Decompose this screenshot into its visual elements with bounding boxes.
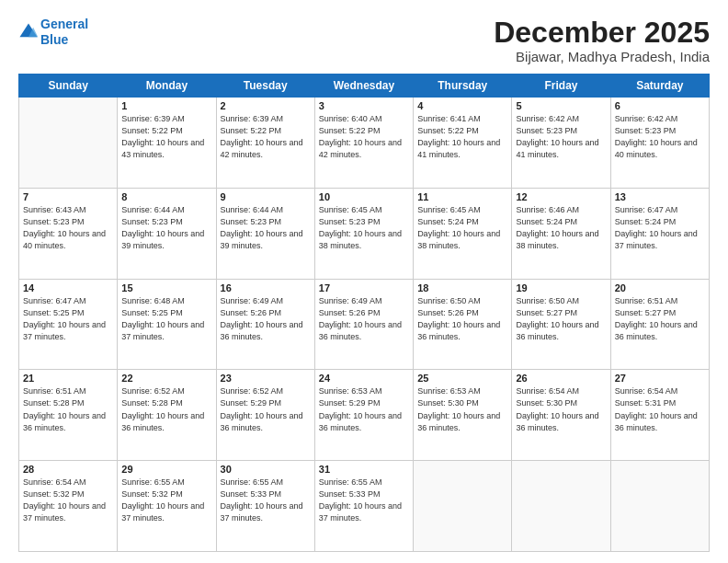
day-num-w1-d1: 8 bbox=[121, 191, 211, 202]
day-num-w2-d3: 17 bbox=[319, 282, 409, 293]
day-num-w4-d2: 30 bbox=[221, 464, 311, 475]
weekday-header-row: Sunday Monday Tuesday Wednesday Thursday… bbox=[19, 75, 710, 98]
logo-line2: Blue bbox=[40, 32, 68, 47]
day-info-w2-d4: Sunrise: 6:50 AM Sunset: 5:26 PM Dayligh… bbox=[417, 295, 507, 343]
day-info-w4-d2: Sunrise: 6:55 AM Sunset: 5:33 PM Dayligh… bbox=[221, 477, 311, 524]
page: General Blue December 2025 Bijawar, Madh… bbox=[0, 0, 728, 563]
cell-w2-d2: 16Sunrise: 6:49 AM Sunset: 5:26 PM Dayli… bbox=[216, 279, 314, 370]
day-info-w0-d6: Sunrise: 6:42 AM Sunset: 5:23 PM Dayligh… bbox=[615, 113, 705, 161]
day-num-w4-d3: 31 bbox=[319, 464, 409, 475]
week-row-3: 21Sunrise: 6:51 AM Sunset: 5:28 PM Dayli… bbox=[19, 370, 710, 461]
cell-w0-d2: 2Sunrise: 6:39 AM Sunset: 5:22 PM Daylig… bbox=[216, 98, 314, 189]
header: General Blue December 2025 Bijawar, Madh… bbox=[18, 17, 710, 64]
day-num-w2-d4: 18 bbox=[417, 282, 507, 293]
cell-w1-d3: 10Sunrise: 6:45 AM Sunset: 5:23 PM Dayli… bbox=[314, 188, 413, 279]
cell-w4-d5 bbox=[512, 461, 610, 552]
header-friday: Friday bbox=[512, 75, 610, 98]
cell-w2-d0: 14Sunrise: 6:47 AM Sunset: 5:25 PM Dayli… bbox=[19, 279, 118, 370]
day-info-w1-d1: Sunrise: 6:44 AM Sunset: 5:23 PM Dayligh… bbox=[121, 204, 211, 252]
cell-w2-d4: 18Sunrise: 6:50 AM Sunset: 5:26 PM Dayli… bbox=[414, 279, 512, 370]
logo: General Blue bbox=[18, 17, 88, 48]
day-info-w1-d0: Sunrise: 6:43 AM Sunset: 5:23 PM Dayligh… bbox=[23, 204, 113, 252]
cell-w1-d5: 12Sunrise: 6:46 AM Sunset: 5:24 PM Dayli… bbox=[512, 188, 610, 279]
day-num-w1-d0: 7 bbox=[23, 191, 113, 202]
day-info-w2-d0: Sunrise: 6:47 AM Sunset: 5:25 PM Dayligh… bbox=[23, 295, 113, 343]
day-num-w1-d3: 10 bbox=[319, 191, 409, 202]
day-num-w2-d2: 16 bbox=[221, 282, 311, 293]
day-info-w2-d2: Sunrise: 6:49 AM Sunset: 5:26 PM Dayligh… bbox=[221, 295, 311, 343]
cell-w2-d6: 20Sunrise: 6:51 AM Sunset: 5:27 PM Dayli… bbox=[610, 279, 709, 370]
day-info-w2-d1: Sunrise: 6:48 AM Sunset: 5:25 PM Dayligh… bbox=[121, 295, 211, 343]
day-num-w3-d0: 21 bbox=[23, 373, 113, 384]
day-info-w3-d5: Sunrise: 6:54 AM Sunset: 5:30 PM Dayligh… bbox=[516, 385, 606, 433]
title-block: December 2025 Bijawar, Madhya Pradesh, I… bbox=[494, 17, 710, 64]
day-num-w2-d1: 15 bbox=[121, 282, 211, 293]
logo-icon bbox=[18, 22, 39, 42]
day-info-w0-d4: Sunrise: 6:41 AM Sunset: 5:22 PM Dayligh… bbox=[417, 113, 507, 161]
day-info-w4-d1: Sunrise: 6:55 AM Sunset: 5:32 PM Dayligh… bbox=[121, 477, 211, 524]
day-num-w1-d2: 9 bbox=[221, 191, 311, 202]
day-num-w0-d1: 1 bbox=[121, 100, 211, 111]
cell-w4-d3: 31Sunrise: 6:55 AM Sunset: 5:33 PM Dayli… bbox=[314, 461, 413, 552]
day-info-w1-d3: Sunrise: 6:45 AM Sunset: 5:23 PM Dayligh… bbox=[319, 204, 409, 252]
day-info-w0-d2: Sunrise: 6:39 AM Sunset: 5:22 PM Dayligh… bbox=[221, 113, 311, 161]
day-num-w2-d6: 20 bbox=[615, 282, 705, 293]
calendar-table: Sunday Monday Tuesday Wednesday Thursday… bbox=[18, 74, 710, 552]
subtitle: Bijawar, Madhya Pradesh, India bbox=[494, 49, 710, 64]
cell-w1-d2: 9Sunrise: 6:44 AM Sunset: 5:23 PM Daylig… bbox=[216, 188, 314, 279]
day-info-w2-d5: Sunrise: 6:50 AM Sunset: 5:27 PM Dayligh… bbox=[516, 295, 606, 343]
cell-w4-d4 bbox=[414, 461, 512, 552]
day-num-w0-d3: 3 bbox=[319, 100, 409, 111]
day-num-w0-d2: 2 bbox=[221, 100, 311, 111]
cell-w4-d0: 28Sunrise: 6:54 AM Sunset: 5:32 PM Dayli… bbox=[19, 461, 118, 552]
day-num-w3-d4: 25 bbox=[417, 373, 507, 384]
calendar-header: Sunday Monday Tuesday Wednesday Thursday… bbox=[19, 75, 710, 98]
day-info-w2-d3: Sunrise: 6:49 AM Sunset: 5:26 PM Dayligh… bbox=[319, 295, 409, 343]
day-info-w0-d5: Sunrise: 6:42 AM Sunset: 5:23 PM Dayligh… bbox=[516, 113, 606, 161]
cell-w0-d6: 6Sunrise: 6:42 AM Sunset: 5:23 PM Daylig… bbox=[610, 98, 709, 189]
cell-w4-d6 bbox=[610, 461, 709, 552]
cell-w2-d3: 17Sunrise: 6:49 AM Sunset: 5:26 PM Dayli… bbox=[314, 279, 413, 370]
day-info-w1-d2: Sunrise: 6:44 AM Sunset: 5:23 PM Dayligh… bbox=[221, 204, 311, 252]
day-info-w0-d1: Sunrise: 6:39 AM Sunset: 5:22 PM Dayligh… bbox=[121, 113, 211, 161]
day-info-w4-d0: Sunrise: 6:54 AM Sunset: 5:32 PM Dayligh… bbox=[23, 477, 113, 524]
day-info-w1-d5: Sunrise: 6:46 AM Sunset: 5:24 PM Dayligh… bbox=[516, 204, 606, 252]
cell-w0-d3: 3Sunrise: 6:40 AM Sunset: 5:22 PM Daylig… bbox=[314, 98, 413, 189]
cell-w3-d3: 24Sunrise: 6:53 AM Sunset: 5:29 PM Dayli… bbox=[314, 370, 413, 461]
header-saturday: Saturday bbox=[610, 75, 709, 98]
cell-w1-d1: 8Sunrise: 6:44 AM Sunset: 5:23 PM Daylig… bbox=[118, 188, 216, 279]
day-info-w3-d4: Sunrise: 6:53 AM Sunset: 5:30 PM Dayligh… bbox=[417, 385, 507, 433]
day-num-w0-d5: 5 bbox=[516, 100, 606, 111]
cell-w3-d5: 26Sunrise: 6:54 AM Sunset: 5:30 PM Dayli… bbox=[512, 370, 610, 461]
main-title: December 2025 bbox=[494, 17, 710, 49]
cell-w3-d2: 23Sunrise: 6:52 AM Sunset: 5:29 PM Dayli… bbox=[216, 370, 314, 461]
day-num-w3-d2: 23 bbox=[221, 373, 311, 384]
day-info-w3-d2: Sunrise: 6:52 AM Sunset: 5:29 PM Dayligh… bbox=[221, 385, 311, 433]
day-info-w3-d0: Sunrise: 6:51 AM Sunset: 5:28 PM Dayligh… bbox=[23, 385, 113, 433]
cell-w3-d4: 25Sunrise: 6:53 AM Sunset: 5:30 PM Dayli… bbox=[414, 370, 512, 461]
cell-w2-d5: 19Sunrise: 6:50 AM Sunset: 5:27 PM Dayli… bbox=[512, 279, 610, 370]
day-info-w1-d4: Sunrise: 6:45 AM Sunset: 5:24 PM Dayligh… bbox=[417, 204, 507, 252]
day-num-w1-d6: 13 bbox=[615, 191, 705, 202]
week-row-4: 28Sunrise: 6:54 AM Sunset: 5:32 PM Dayli… bbox=[19, 461, 710, 552]
day-num-w3-d6: 27 bbox=[615, 373, 705, 384]
day-info-w3-d1: Sunrise: 6:52 AM Sunset: 5:28 PM Dayligh… bbox=[121, 385, 211, 433]
cell-w0-d4: 4Sunrise: 6:41 AM Sunset: 5:22 PM Daylig… bbox=[414, 98, 512, 189]
cell-w0-d5: 5Sunrise: 6:42 AM Sunset: 5:23 PM Daylig… bbox=[512, 98, 610, 189]
header-monday: Monday bbox=[118, 75, 216, 98]
cell-w1-d4: 11Sunrise: 6:45 AM Sunset: 5:24 PM Dayli… bbox=[414, 188, 512, 279]
header-thursday: Thursday bbox=[414, 75, 512, 98]
day-num-w3-d1: 22 bbox=[121, 373, 211, 384]
day-info-w2-d6: Sunrise: 6:51 AM Sunset: 5:27 PM Dayligh… bbox=[615, 295, 705, 343]
cell-w3-d0: 21Sunrise: 6:51 AM Sunset: 5:28 PM Dayli… bbox=[19, 370, 118, 461]
day-num-w2-d0: 14 bbox=[23, 282, 113, 293]
day-info-w0-d3: Sunrise: 6:40 AM Sunset: 5:22 PM Dayligh… bbox=[319, 113, 409, 161]
cell-w3-d1: 22Sunrise: 6:52 AM Sunset: 5:28 PM Dayli… bbox=[118, 370, 216, 461]
day-num-w4-d1: 29 bbox=[121, 464, 211, 475]
header-sunday: Sunday bbox=[19, 75, 118, 98]
logo-line1: General bbox=[40, 17, 88, 31]
week-row-1: 7Sunrise: 6:43 AM Sunset: 5:23 PM Daylig… bbox=[19, 188, 710, 279]
header-wednesday: Wednesday bbox=[314, 75, 413, 98]
cell-w0-d1: 1Sunrise: 6:39 AM Sunset: 5:22 PM Daylig… bbox=[118, 98, 216, 189]
cell-w3-d6: 27Sunrise: 6:54 AM Sunset: 5:31 PM Dayli… bbox=[610, 370, 709, 461]
